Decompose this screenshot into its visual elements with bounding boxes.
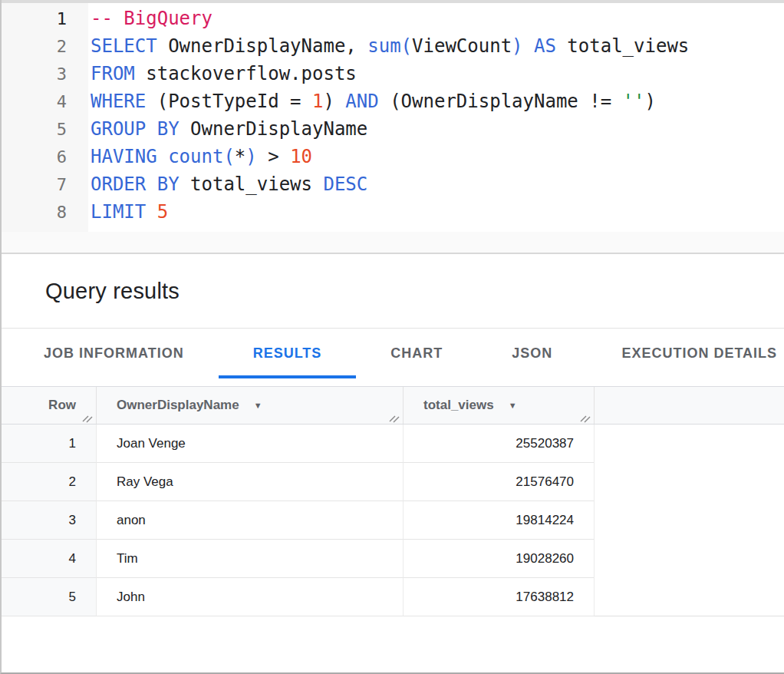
- sql-token: DESC: [323, 173, 367, 195]
- sql-code-text: HAVING count(*) > 10: [67, 146, 312, 167]
- column-header-empty: [594, 387, 784, 424]
- code-line[interactable]: 6HAVING count(*) > 10: [2, 143, 784, 170]
- tab-label: JSON: [512, 345, 552, 362]
- tab-label: RESULTS: [253, 345, 322, 362]
- line-number: 6: [2, 147, 67, 167]
- sql-editor[interactable]: 1-- BigQuery2SELECT OwnerDisplayName, su…: [2, 3, 784, 232]
- owner-name-cell: Ray Vega: [96, 463, 403, 501]
- empty-cell: [594, 540, 784, 578]
- sql-token: ORDER BY: [91, 173, 180, 195]
- total-views-cell: 21576470: [403, 463, 594, 501]
- total-views-cell: 25520387: [403, 425, 594, 463]
- sql-token: GROUP BY: [91, 118, 180, 140]
- tab-job-information[interactable]: JOB INFORMATION: [9, 329, 219, 378]
- sql-token: SELECT: [91, 35, 157, 57]
- empty-cell: [594, 501, 784, 540]
- owner-name-cell: anon: [96, 501, 403, 540]
- results-table: RowOwnerDisplayName▼total_views▼ 1Joan V…: [2, 386, 784, 616]
- sql-token: 10: [290, 146, 312, 167]
- owner-name-cell: Joan Venge: [96, 425, 403, 463]
- column-resize-handle[interactable]: [82, 413, 94, 423]
- sql-token: ): [645, 91, 656, 112]
- sql-token: LIMIT: [91, 201, 146, 223]
- query-results-title: Query results: [45, 279, 180, 304]
- column-header-label: Row: [48, 398, 76, 413]
- total-views-cell: 17638812: [403, 578, 594, 616]
- sql-token: count(: [168, 146, 235, 167]
- code-line[interactable]: 1-- BigQuery: [2, 5, 784, 32]
- sql-token: '': [623, 91, 645, 112]
- line-number: 4: [2, 92, 67, 111]
- sql-token: *: [235, 146, 245, 167]
- total-views-cell: 19814224: [403, 501, 594, 540]
- column-resize-handle[interactable]: [389, 413, 400, 423]
- sql-token: OwnerDisplayName: [180, 118, 368, 140]
- column-header-label: total_views: [423, 398, 494, 413]
- sql-code-text: GROUP BY OwnerDisplayName: [67, 118, 367, 140]
- empty-cell: [594, 463, 784, 501]
- table-row: 4Tim19028260: [2, 540, 784, 578]
- column-resize-handle[interactable]: [580, 413, 591, 423]
- table-row: 2Ray Vega21576470: [2, 463, 784, 501]
- sql-code-text: LIMIT 5: [67, 201, 168, 223]
- sql-token: [523, 35, 534, 57]
- sql-token: ViewCount: [412, 35, 512, 57]
- owner-name-cell: John: [96, 578, 403, 616]
- code-line[interactable]: 7ORDER BY total_views DESC: [2, 170, 784, 198]
- line-number: 2: [2, 37, 67, 56]
- sql-token: [157, 146, 168, 167]
- line-number: 7: [2, 175, 67, 194]
- sql-token: OwnerDisplayName,: [157, 35, 368, 57]
- sql-token: HAVING: [91, 146, 157, 167]
- line-number: 1: [2, 9, 67, 28]
- code-line[interactable]: 5GROUP BY OwnerDisplayName: [2, 115, 784, 143]
- column-header-ownerdisplayname: OwnerDisplayName▼: [96, 387, 403, 424]
- column-header-row: Row: [2, 387, 96, 424]
- sql-code-text: WHERE (PostTypeId = 1) AND (OwnerDisplay…: [67, 91, 656, 112]
- empty-cell: [594, 425, 784, 463]
- query-results-section: Query results: [2, 254, 784, 329]
- sql-token: AND: [345, 91, 378, 112]
- row-number-cell: 4: [2, 540, 96, 578]
- tab-label: EXECUTION DETAILS: [621, 345, 777, 362]
- code-line[interactable]: 8LIMIT 5: [2, 198, 784, 226]
- sql-token: total_views: [180, 173, 324, 195]
- sql-token: 5: [157, 201, 168, 223]
- tab-json[interactable]: JSON: [477, 329, 587, 378]
- table-body: 1Joan Venge255203872Ray Vega215764703ano…: [2, 425, 784, 616]
- row-number-cell: 1: [2, 425, 96, 463]
- code-lines: 1-- BigQuery2SELECT OwnerDisplayName, su…: [2, 5, 784, 226]
- column-header-total-views: total_views▼: [403, 387, 594, 424]
- tab-chart[interactable]: CHART: [356, 329, 477, 378]
- sql-token: 1: [312, 91, 323, 112]
- sql-token: -- BigQuery: [91, 8, 212, 29]
- sql-token: (OwnerDisplayName !=: [379, 91, 623, 112]
- table-row: 5John17638812: [2, 578, 784, 616]
- table-header-row: RowOwnerDisplayName▼total_views▼: [2, 387, 784, 425]
- tab-label: JOB INFORMATION: [44, 345, 184, 362]
- row-number-cell: 2: [2, 463, 96, 501]
- sql-token: ): [323, 91, 345, 112]
- sql-token: FROM: [91, 63, 135, 84]
- row-number-cell: 5: [2, 578, 96, 616]
- line-number: 5: [2, 120, 67, 139]
- tab-results[interactable]: RESULTS: [219, 329, 357, 378]
- tab-execution-details[interactable]: EXECUTION DETAILS: [587, 329, 784, 378]
- table-row: 1Joan Venge25520387: [2, 425, 784, 463]
- results-footer-space: [2, 616, 784, 672]
- sql-code-text: -- BigQuery: [67, 8, 212, 29]
- code-line[interactable]: 3FROM stackoverflow.posts: [2, 60, 784, 88]
- editor-scroll-area: [2, 232, 784, 254]
- sql-token: stackoverflow.posts: [135, 63, 357, 84]
- total-views-cell: 19028260: [403, 540, 594, 578]
- sort-dropdown-icon[interactable]: ▼: [509, 401, 517, 410]
- column-header-label: OwnerDisplayName: [117, 398, 239, 413]
- code-line[interactable]: 2SELECT OwnerDisplayName, sum(ViewCount)…: [2, 32, 784, 60]
- sort-dropdown-icon[interactable]: ▼: [254, 401, 262, 410]
- table-row: 3anon19814224: [2, 501, 784, 540]
- empty-cell: [594, 578, 784, 616]
- code-line[interactable]: 4WHERE (PostTypeId = 1) AND (OwnerDispla…: [2, 88, 784, 115]
- sql-token: (PostTypeId =: [146, 91, 312, 112]
- sql-token: ): [245, 146, 256, 167]
- line-number: 8: [2, 203, 67, 222]
